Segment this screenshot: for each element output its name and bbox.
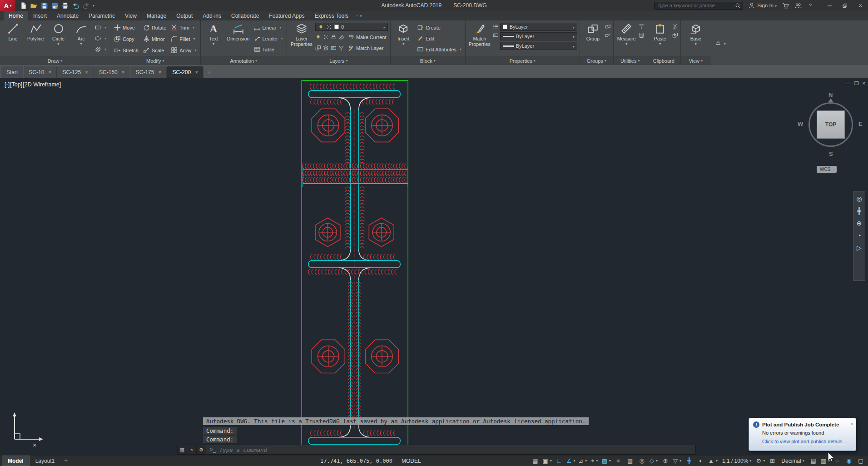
- close-tab-icon[interactable]: [195, 69, 198, 75]
- vp-minimize-icon[interactable]: —: [846, 80, 851, 86]
- autoscale-toggle[interactable]: ▲: [707, 456, 719, 465]
- ribbon-tab-add-ins[interactable]: Add-ins: [198, 11, 226, 20]
- close-command-icon[interactable]: ×: [187, 445, 197, 454]
- annotation-monitor-toggle[interactable]: ⊞: [767, 456, 778, 465]
- layer-lock-icon[interactable]: [331, 34, 337, 40]
- properties-panel-label[interactable]: Properties: [466, 56, 580, 65]
- qat-dropdown-icon[interactable]: [91, 0, 94, 10]
- viewcube-north[interactable]: N: [828, 91, 833, 98]
- open-icon[interactable]: [30, 2, 38, 10]
- hatch-tool-button[interactable]: [93, 45, 108, 54]
- annotation-panel-label[interactable]: Annotation: [201, 56, 287, 65]
- viewcube-west[interactable]: W: [798, 120, 803, 127]
- array-button[interactable]: Array: [169, 45, 198, 55]
- pan-icon[interactable]: ╋: [857, 208, 861, 214]
- navigation-wheel-icon[interactable]: ◎: [856, 195, 862, 202]
- polar-tracking-toggle[interactable]: ∠: [565, 456, 576, 465]
- application-menu-button[interactable]: A▾: [0, 0, 15, 11]
- ortho-mode-toggle[interactable]: ∟: [554, 456, 565, 465]
- showmotion-icon[interactable]: ▷: [857, 245, 862, 251]
- wcs-dropdown[interactable]: WCS: [817, 166, 837, 173]
- vp-close-icon[interactable]: ×: [863, 80, 865, 86]
- snap-mode-toggle[interactable]: ▣: [541, 456, 552, 465]
- group-edit-icon[interactable]: [605, 32, 611, 38]
- minimize-button[interactable]: [822, 0, 837, 11]
- close-tab-icon[interactable]: [158, 69, 161, 75]
- arc-button[interactable]: Arc: [70, 22, 92, 46]
- layer-filter-icon[interactable]: [338, 45, 344, 51]
- rectangle-tool-button[interactable]: [93, 23, 108, 32]
- ribbon-tab-manage[interactable]: Manage: [142, 11, 171, 20]
- ribbon-tab-featured-apps[interactable]: Featured Apps: [264, 11, 309, 20]
- toast-close-icon[interactable]: [850, 420, 853, 428]
- match-properties-button[interactable]: Match Properties: [468, 22, 491, 47]
- help-icon[interactable]: ?: [807, 2, 813, 9]
- edit-attributes-button[interactable]: Edit Attributes: [416, 45, 463, 54]
- utilities-panel-label[interactable]: Utilities: [614, 56, 647, 65]
- ribbon-display-options[interactable]: ▫: [356, 11, 362, 20]
- block-panel-label[interactable]: Block: [391, 56, 465, 65]
- drawing-viewport[interactable]: [0, 78, 868, 456]
- viewcube-east[interactable]: E: [858, 120, 863, 127]
- quick-properties-toggle[interactable]: ▤: [808, 456, 819, 465]
- draw-panel-label[interactable]: Draw: [0, 56, 110, 65]
- selection-filtering-toggle[interactable]: ▽: [672, 456, 683, 465]
- grid-display-toggle[interactable]: ▦: [530, 456, 541, 465]
- ribbon-tab-home[interactable]: Home: [4, 11, 28, 20]
- view-panel-label[interactable]: View: [681, 56, 711, 65]
- groups-panel-label[interactable]: Groups: [580, 56, 613, 65]
- copy-clip-icon[interactable]: [672, 32, 678, 38]
- polyline-button[interactable]: Polyline: [25, 22, 46, 41]
- ribbon-tab-parametric[interactable]: Parametric: [84, 11, 120, 20]
- command-input[interactable]: [218, 446, 695, 454]
- orbit-icon[interactable]: ◔: [857, 232, 861, 239]
- app-store-cart-icon[interactable]: [782, 2, 789, 9]
- file-tab-sc-175[interactable]: SC-175: [131, 66, 167, 78]
- linear-dimension-button[interactable]: Linear: [253, 23, 284, 32]
- lineweight-combo[interactable]: ByLayer: [500, 42, 577, 50]
- model-tab[interactable]: Model: [2, 456, 30, 466]
- search-icon[interactable]: [735, 3, 741, 9]
- new-layout-button[interactable]: [60, 456, 71, 466]
- ungroup-icon[interactable]: [605, 24, 611, 30]
- leader-button[interactable]: Leader: [253, 34, 284, 43]
- move-button[interactable]: Move: [113, 23, 140, 32]
- lock-ui-toggle[interactable]: ▥: [820, 456, 831, 465]
- quick-select-icon[interactable]: [639, 24, 645, 30]
- properties-list-icon[interactable]: [493, 24, 499, 30]
- file-tab-sc-10[interactable]: SC-10: [24, 66, 57, 78]
- lineweight-toggle[interactable]: ≡: [613, 456, 624, 465]
- workspace-switching-toggle[interactable]: ⚙: [755, 456, 766, 465]
- ribbon-tab-output[interactable]: Output: [171, 11, 198, 20]
- layer-freeze-icon[interactable]: [323, 34, 329, 40]
- measure-button[interactable]: Measure: [616, 22, 637, 46]
- ribbon-collapse-icon[interactable]: [715, 40, 721, 46]
- make-current-button[interactable]: Make Current: [346, 32, 388, 42]
- layer-settings-icon[interactable]: [331, 45, 337, 51]
- units-control[interactable]: Decimal: [779, 458, 807, 464]
- graphics-performance-toggle[interactable]: ◉: [843, 456, 854, 465]
- vp-restore-icon[interactable]: ❐: [854, 80, 859, 86]
- toast-details-link[interactable]: Click to view plot and publish details..…: [762, 439, 846, 444]
- object-snap-toggle[interactable]: ▩: [601, 456, 612, 465]
- quick-calculator-icon[interactable]: [639, 32, 645, 38]
- close-tab-icon[interactable]: [122, 69, 125, 75]
- table-button[interactable]: Table: [253, 45, 284, 54]
- modify-panel-label[interactable]: Modify: [110, 56, 200, 65]
- save-icon[interactable]: [40, 2, 48, 10]
- new-icon[interactable]: [20, 2, 27, 10]
- scale-button[interactable]: Scale: [142, 45, 168, 55]
- rotate-button[interactable]: Rotate: [142, 23, 168, 32]
- recent-commands-icon[interactable]: ▦: [178, 445, 187, 454]
- ribbon-tab-express-tools[interactable]: Express Tools: [309, 11, 353, 20]
- cut-icon[interactable]: [672, 24, 678, 30]
- insert-button[interactable]: Insert: [393, 22, 414, 46]
- trim-button[interactable]: Trim: [169, 23, 198, 32]
- object-snap-tracking-toggle[interactable]: ⌖: [589, 456, 600, 465]
- paste-button[interactable]: Paste: [650, 22, 671, 46]
- dynamic-ucs-toggle[interactable]: ⊕: [660, 456, 671, 465]
- model-space-toggle[interactable]: MODEL: [402, 458, 421, 464]
- view-cube[interactable]: N S W E TOP: [797, 90, 865, 159]
- layer-combo[interactable]: 0: [315, 23, 388, 31]
- drawing-area[interactable]: [-] [Top] [2D Wireframe] — ❐ × N S W E T…: [0, 78, 868, 456]
